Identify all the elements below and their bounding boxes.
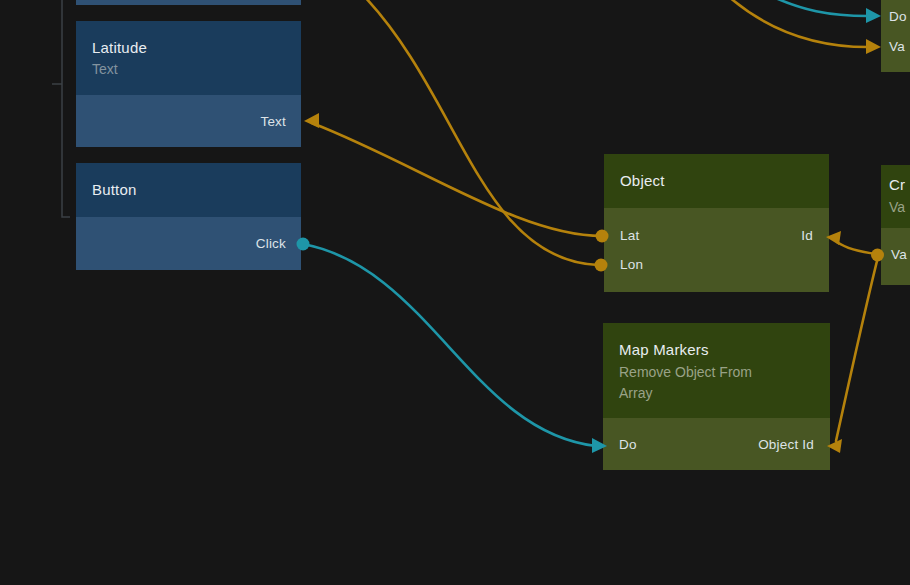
node-title: Button bbox=[92, 181, 285, 199]
port-label: Do bbox=[889, 9, 907, 24]
port-map-markers-object-id[interactable]: Object Id bbox=[758, 437, 814, 452]
node-latitude[interactable]: Latitude Text Text bbox=[76, 21, 301, 147]
connection-arrow bbox=[866, 39, 881, 54]
port-row-do-objectid[interactable]: Do Object Id bbox=[603, 418, 830, 470]
wire-clipped-va-to-object-id[interactable] bbox=[826, 231, 877, 254]
wire-object-lat-to-latitude-text[interactable] bbox=[304, 113, 609, 243]
port-map-markers-do[interactable]: Do bbox=[619, 437, 637, 452]
node-clipped-right-header[interactable]: Cr Va bbox=[881, 165, 910, 228]
clipped-node-top-left[interactable] bbox=[76, 0, 301, 5]
port-clipped-va[interactable]: Va bbox=[881, 31, 910, 61]
node-title: Latitude bbox=[92, 39, 285, 57]
node-subtitle: Va bbox=[889, 197, 910, 218]
node-title: Map Markers bbox=[619, 341, 814, 359]
node-clipped-right[interactable]: Cr Va Va bbox=[881, 165, 910, 285]
port-object-lat[interactable]: Lat bbox=[620, 228, 639, 243]
guide-line bbox=[62, 0, 70, 217]
wire-top-to-clipped-do[interactable] bbox=[771, 0, 881, 23]
connection-arrow bbox=[866, 8, 881, 23]
node-subtitle: Text bbox=[92, 60, 285, 78]
node-subtitle: Remove Object From Array bbox=[619, 362, 774, 404]
node-title: Object bbox=[620, 172, 813, 190]
node-button-header[interactable]: Button bbox=[76, 163, 301, 217]
node-clipped-top-right[interactable]: Do Va bbox=[881, 0, 910, 72]
node-map-markers[interactable]: Map Markers Remove Object From Array Do … bbox=[603, 323, 830, 470]
port-label: Lon bbox=[620, 257, 643, 272]
node-object[interactable]: Object Lat Id Lon bbox=[604, 154, 829, 292]
port-button-click[interactable]: Click bbox=[76, 217, 301, 270]
wire-top-to-object-lon[interactable] bbox=[362, 0, 608, 272]
port-object-lon[interactable]: Lon bbox=[604, 250, 829, 279]
port-object-id[interactable]: Id bbox=[801, 228, 813, 243]
port-label: Va bbox=[889, 39, 905, 54]
port-label: Click bbox=[256, 236, 286, 251]
node-object-header[interactable]: Object bbox=[604, 154, 829, 208]
node-button[interactable]: Button Click bbox=[76, 163, 301, 270]
port-label: Va bbox=[891, 247, 907, 262]
wire-clipped-va-to-map-markers-object-id[interactable] bbox=[827, 249, 884, 454]
node-title: Cr bbox=[889, 176, 910, 194]
port-row-lat-id[interactable]: Lat Id bbox=[604, 221, 829, 250]
port-label: Text bbox=[260, 114, 286, 129]
connection-arrow bbox=[304, 113, 319, 128]
port-latitude-text[interactable]: Text bbox=[76, 95, 301, 147]
port-clipped-right-va[interactable]: Va bbox=[881, 240, 910, 269]
wire-top-to-clipped-va[interactable] bbox=[728, 0, 881, 54]
node-latitude-header[interactable]: Latitude Text bbox=[76, 21, 301, 95]
wire-button-click-to-map-markers-do[interactable] bbox=[297, 238, 608, 454]
node-map-markers-header[interactable]: Map Markers Remove Object From Array bbox=[603, 323, 830, 418]
node-editor-canvas[interactable]: Latitude Text Text Button Click Object L… bbox=[0, 0, 910, 585]
port-clipped-do[interactable]: Do bbox=[881, 1, 910, 31]
